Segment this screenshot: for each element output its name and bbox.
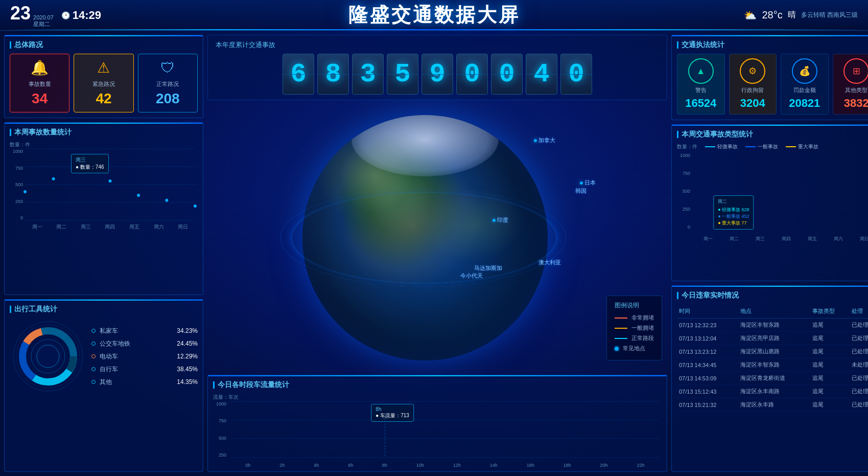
transport-legend: 私家车 34.23% 公交车地铁 24.45% 电动车 12.29% <box>91 327 198 387</box>
right-panel: 交通执法统计 ▲ 警告 16524 ⚙ 行政拘留 3204 💰 罚款金额 <box>671 35 868 472</box>
violation-tbody: 07/13 12:32:23 海淀区丰智东路 追尾 已处理 07/13 13:1… <box>677 319 868 412</box>
header-time: 14:29 <box>73 9 101 22</box>
weekly-line-svg <box>25 149 195 220</box>
detention-label: 行政拘留 <box>741 86 764 94</box>
table-row-highlight: 07/13 14:34:45 海淀区丰智东路 追尾 未处理 <box>677 358 868 372</box>
label-australia: 澳大利亚 <box>538 259 561 266</box>
emergency-value: 42 <box>96 90 111 107</box>
globe-area: 加拿大 日本 韩国 印度 澳大利亚 马达加斯加 今小代天 图例说明 <box>207 104 667 371</box>
enforcement-card: 交通执法统计 ▲ 警告 16524 ⚙ 行政拘留 3204 💰 罚款金额 <box>671 35 868 120</box>
table-row: 07/13 13:23:12 海淀区黑山扈路 追尾 已处理 <box>677 345 868 358</box>
weekly-y-label: 数量：件 <box>10 141 30 148</box>
table-row: 07/13 12:32:23 海淀区丰智东路 追尾 已处理 <box>677 319 868 332</box>
header-right: ⛅ 28°c 晴 多云转晴 西南风三级 <box>744 9 858 21</box>
table-row: 07/13 13:12:04 海淀区亮甲店路 追尾 已处理 <box>677 332 868 345</box>
warning-value: 16524 <box>685 97 716 110</box>
digit-0: 6 <box>283 54 314 95</box>
other-value: 3832 <box>844 97 868 110</box>
digit-2: 3 <box>352 54 384 95</box>
weekly-accident-chart: 数量：件 1000 750 500 250 0 <box>10 141 198 233</box>
header: 23 2020.07 星期二 🕑 14:29 隆盛交通数据大屏 ⛅ 28°c 晴… <box>0 0 868 31</box>
bar-chart: 周二 ● 轻微事故 628 ● 一般事故 452 ● 重大事故 77 <box>695 153 868 230</box>
col-status: 处理 <box>850 304 868 319</box>
header-day: 23 <box>10 3 31 24</box>
legend-item-ebike: 电动车 12.29% <box>91 352 198 361</box>
type-chart-area: 1000 750 500 250 0 <box>677 153 868 245</box>
road-card-accident: 🔔 事故数量 34 <box>10 54 69 112</box>
accident-label: 事故数量 <box>29 80 51 88</box>
flow-chart-area: 流量：车次 1000 750 500 250 <box>213 394 662 470</box>
header-weekday: 星期二 <box>33 20 54 28</box>
warning-icon: ▲ <box>688 58 714 84</box>
other-icon: ⊞ <box>843 58 868 84</box>
legend-item-bus: 公交车地铁 24.45% <box>91 339 198 348</box>
label-tuvalu: 今小代天 <box>460 272 483 280</box>
svg-point-10 <box>165 199 168 202</box>
label-japan: 日本 <box>584 179 596 187</box>
content: 总体路况 🔔 事故数量 34 ⚠ 紧急路况 42 🛡 正常路况 <box>0 31 868 476</box>
legend-item-private: 私家车 34.23% <box>91 327 198 335</box>
enforcement-fine: 💰 罚款金额 20821 <box>781 54 829 115</box>
normal-value: 208 <box>156 90 180 107</box>
normal-icon: 🛡 <box>160 59 175 76</box>
label-madagascar: 马达加斯加 <box>474 264 502 272</box>
table-row: 07/13 14:53:09 海淀区青龙桥街道 追尾 已处理 <box>677 372 868 385</box>
other-label: 其他类型 <box>845 86 867 94</box>
road-card-normal: 🛡 正常路况 208 <box>138 54 198 112</box>
header-time-wrap: 🕑 14:29 <box>61 9 101 22</box>
clock-icon: 🕑 <box>61 11 70 19</box>
header-weather-desc: 晴 <box>788 10 796 20</box>
emergency-label: 紧急路况 <box>92 80 115 88</box>
left-panel: 总体路况 🔔 事故数量 34 ⚠ 紧急路况 42 🛡 正常路况 <box>4 35 203 472</box>
svg-point-5 <box>24 190 27 193</box>
fine-icon: 💰 <box>792 58 817 84</box>
enforcement-title: 交通执法统计 <box>677 40 868 50</box>
road-status-title: 总体路况 <box>10 40 198 50</box>
donut-chart <box>10 318 86 395</box>
digit-4: 9 <box>421 54 453 95</box>
road-status-grid: 🔔 事故数量 34 ⚠ 紧急路况 42 🛡 正常路况 208 <box>10 54 198 112</box>
col-location: 地点 <box>738 304 810 319</box>
detention-icon: ⚙ <box>740 58 765 84</box>
type-tooltip: 周二 ● 轻微事故 628 ● 一般事故 452 ● 重大事故 77 <box>713 195 754 230</box>
digit-8: 0 <box>560 54 592 95</box>
digit-5: 0 <box>456 54 488 95</box>
col-type: 事故类型 <box>810 304 850 319</box>
road-card-emergency: ⚠ 紧急路况 42 <box>74 54 133 112</box>
center-panel: 本年度累计交通事故 6 8 3 5 9 0 0 4 0 <box>207 35 667 472</box>
flow-chart-svg <box>231 401 659 458</box>
col-time: 时间 <box>677 304 738 319</box>
weekly-x-labels: 周一 周二 周三 周四 周五 周六 周日 <box>25 223 195 231</box>
header-year-month: 2020.07 <box>33 14 54 20</box>
svg-point-9 <box>137 194 140 197</box>
type-x-labels: 周一 周二 周三 周四 周五 周六 周日 <box>695 236 868 242</box>
weekly-y-ticks: 1000 750 500 250 0 <box>10 149 25 220</box>
type-legend: 数量：件 轻微事故 一般事故 重大事故 <box>677 143 868 150</box>
violation-card: 今日违章实时情况 时间 地点 事故类型 处理 07/13 12:32:23 <box>671 285 868 472</box>
road-status-card: 总体路况 🔔 事故数量 34 ⚠ 紧急路况 42 🛡 正常路况 <box>4 35 203 118</box>
map-legend: 图例说明 非常拥堵 一般拥堵 正常路段 <box>606 296 662 360</box>
header-left: 23 2020.07 星期二 🕑 14:29 <box>10 3 101 28</box>
globe-container: 加拿大 日本 韩国 印度 澳大利亚 马达加斯加 今小代天 图例说明 <box>207 104 667 371</box>
svg-point-20 <box>34 342 62 371</box>
header-temperature: 28°c <box>762 9 782 21</box>
table-row: 07/13 15:12:43 海淀区永丰南路 追尾 已处理 <box>677 385 868 398</box>
accident-counter-panel: 本年度累计交通事故 6 8 3 5 9 0 0 4 0 <box>207 35 667 100</box>
legend-y-label: 数量：件 <box>677 143 697 150</box>
digit-3: 5 <box>387 54 418 95</box>
accident-value: 34 <box>32 90 48 107</box>
flow-y-label: 流量：车次 <box>213 394 239 401</box>
header-date: 23 2020.07 星期二 <box>10 3 54 28</box>
svg-point-6 <box>52 177 55 180</box>
transport-title: 出行工具统计 <box>10 305 198 314</box>
weather-icon: ⛅ <box>744 9 757 21</box>
weekly-tooltip: 周三 ● 数量：746 <box>71 154 109 173</box>
weekly-accident-card: 本周事故数量统计 数量：件 1000 750 500 250 0 <box>4 122 203 295</box>
violation-title: 今日违章实时情况 <box>677 291 868 300</box>
accident-counter-label: 本年度累计交通事故 <box>216 40 659 50</box>
label-india: 印度 <box>497 216 508 224</box>
digit-7: 4 <box>526 54 557 95</box>
header-title: 隆盛交通数据大屏 <box>348 2 520 28</box>
legend-item-other: 其他 14.35% <box>91 378 198 387</box>
enforcement-grid: ▲ 警告 16524 ⚙ 行政拘留 3204 💰 罚款金额 20821 <box>677 54 868 115</box>
